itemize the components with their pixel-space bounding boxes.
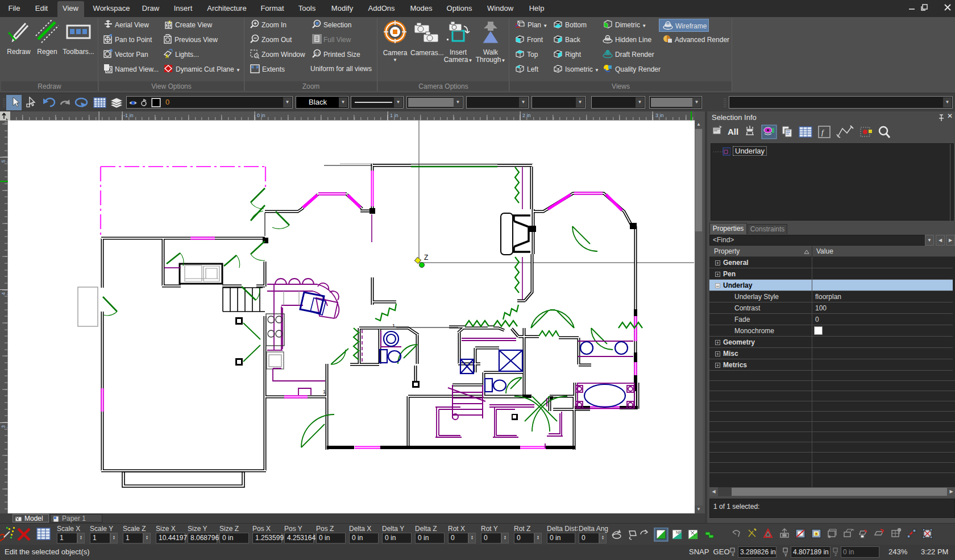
svg-text:1: 1 xyxy=(392,323,395,329)
svg-text:x: x xyxy=(732,551,734,557)
svg-text:z: z xyxy=(834,551,837,557)
svg-text:All: All xyxy=(728,127,738,136)
svg-text:f: f xyxy=(821,128,825,136)
svg-text:NP: NP xyxy=(676,530,682,534)
svg-text:1:1: 1:1 xyxy=(315,52,320,55)
svg-text:1: 1 xyxy=(323,389,326,395)
svg-text:Z: Z xyxy=(424,254,428,262)
svg-text:y: y xyxy=(784,551,787,557)
